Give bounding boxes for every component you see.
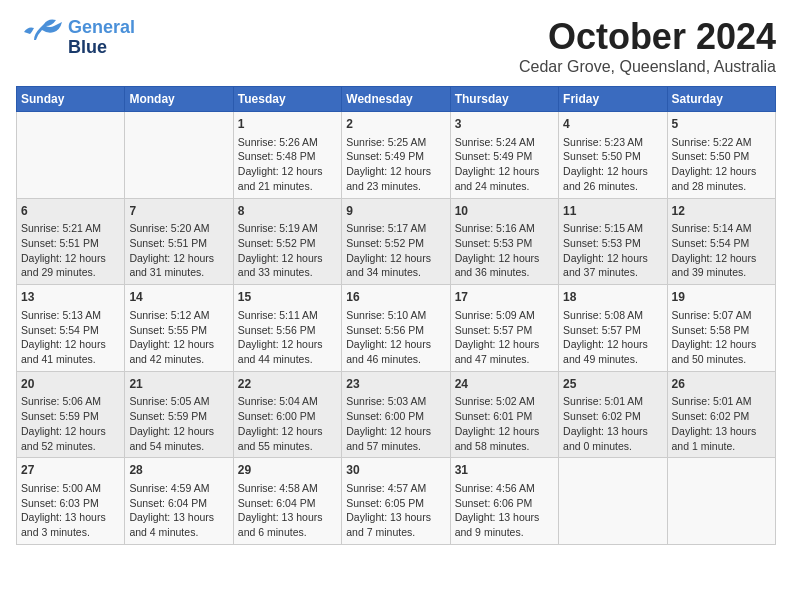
day-detail: Daylight: 13 hours and 4 minutes.: [129, 510, 228, 539]
day-detail: Daylight: 12 hours and 54 minutes.: [129, 424, 228, 453]
day-number: 28: [129, 462, 228, 479]
day-detail: Sunrise: 5:07 AM: [672, 308, 771, 323]
day-detail: Sunrise: 5:25 AM: [346, 135, 445, 150]
day-detail: Sunset: 5:54 PM: [21, 323, 120, 338]
day-detail: Sunrise: 5:08 AM: [563, 308, 662, 323]
calendar-cell: 25Sunrise: 5:01 AMSunset: 6:02 PMDayligh…: [559, 371, 667, 458]
calendar-cell: [559, 458, 667, 545]
day-number: 14: [129, 289, 228, 306]
calendar-cell: 7Sunrise: 5:20 AMSunset: 5:51 PMDaylight…: [125, 198, 233, 285]
title-block: October 2024 Cedar Grove, Queensland, Au…: [519, 16, 776, 76]
day-number: 5: [672, 116, 771, 133]
calendar-cell: [17, 112, 125, 199]
day-number: 20: [21, 376, 120, 393]
day-detail: Sunrise: 5:16 AM: [455, 221, 554, 236]
day-detail: Daylight: 12 hours and 29 minutes.: [21, 251, 120, 280]
day-detail: Sunrise: 5:21 AM: [21, 221, 120, 236]
month-title: October 2024: [519, 16, 776, 58]
day-detail: Daylight: 12 hours and 37 minutes.: [563, 251, 662, 280]
calendar-cell: 13Sunrise: 5:13 AMSunset: 5:54 PMDayligh…: [17, 285, 125, 372]
calendar-cell: 19Sunrise: 5:07 AMSunset: 5:58 PMDayligh…: [667, 285, 775, 372]
day-number: 17: [455, 289, 554, 306]
day-number: 18: [563, 289, 662, 306]
day-number: 23: [346, 376, 445, 393]
calendar-cell: 29Sunrise: 4:58 AMSunset: 6:04 PMDayligh…: [233, 458, 341, 545]
day-header-monday: Monday: [125, 87, 233, 112]
day-number: 11: [563, 203, 662, 220]
day-detail: Daylight: 12 hours and 31 minutes.: [129, 251, 228, 280]
day-detail: Daylight: 12 hours and 34 minutes.: [346, 251, 445, 280]
calendar-cell: 27Sunrise: 5:00 AMSunset: 6:03 PMDayligh…: [17, 458, 125, 545]
day-detail: Sunrise: 4:57 AM: [346, 481, 445, 496]
day-detail: Daylight: 12 hours and 52 minutes.: [21, 424, 120, 453]
day-detail: Sunset: 6:04 PM: [238, 496, 337, 511]
day-number: 2: [346, 116, 445, 133]
day-number: 13: [21, 289, 120, 306]
day-detail: Daylight: 12 hours and 28 minutes.: [672, 164, 771, 193]
day-detail: Sunset: 5:51 PM: [129, 236, 228, 251]
calendar-cell: 3Sunrise: 5:24 AMSunset: 5:49 PMDaylight…: [450, 112, 558, 199]
calendar-cell: 12Sunrise: 5:14 AMSunset: 5:54 PMDayligh…: [667, 198, 775, 285]
day-detail: Sunset: 6:03 PM: [21, 496, 120, 511]
day-detail: Sunset: 5:51 PM: [21, 236, 120, 251]
location-title: Cedar Grove, Queensland, Australia: [519, 58, 776, 76]
calendar-cell: 18Sunrise: 5:08 AMSunset: 5:57 PMDayligh…: [559, 285, 667, 372]
day-header-sunday: Sunday: [17, 87, 125, 112]
day-detail: Sunrise: 5:12 AM: [129, 308, 228, 323]
day-header-wednesday: Wednesday: [342, 87, 450, 112]
day-number: 3: [455, 116, 554, 133]
page-header: GeneralBlue October 2024 Cedar Grove, Qu…: [16, 16, 776, 76]
day-detail: Sunset: 5:57 PM: [563, 323, 662, 338]
calendar-cell: 11Sunrise: 5:15 AMSunset: 5:53 PMDayligh…: [559, 198, 667, 285]
day-detail: Sunset: 6:00 PM: [238, 409, 337, 424]
day-detail: Sunset: 6:00 PM: [346, 409, 445, 424]
calendar-cell: 17Sunrise: 5:09 AMSunset: 5:57 PMDayligh…: [450, 285, 558, 372]
day-detail: Sunset: 5:52 PM: [238, 236, 337, 251]
day-detail: Sunset: 5:58 PM: [672, 323, 771, 338]
day-detail: Daylight: 12 hours and 57 minutes.: [346, 424, 445, 453]
calendar-body: 1Sunrise: 5:26 AMSunset: 5:48 PMDaylight…: [17, 112, 776, 545]
day-detail: Sunset: 5:59 PM: [129, 409, 228, 424]
day-detail: Sunset: 5:49 PM: [346, 149, 445, 164]
day-detail: Sunrise: 4:59 AM: [129, 481, 228, 496]
day-detail: Sunrise: 5:03 AM: [346, 394, 445, 409]
day-number: 16: [346, 289, 445, 306]
day-detail: Sunset: 5:53 PM: [455, 236, 554, 251]
day-detail: Sunrise: 5:20 AM: [129, 221, 228, 236]
day-detail: Daylight: 12 hours and 41 minutes.: [21, 337, 120, 366]
day-detail: Sunset: 5:53 PM: [563, 236, 662, 251]
day-detail: Sunrise: 5:19 AM: [238, 221, 337, 236]
day-detail: Sunset: 5:54 PM: [672, 236, 771, 251]
day-detail: Daylight: 12 hours and 42 minutes.: [129, 337, 228, 366]
day-detail: Sunrise: 5:05 AM: [129, 394, 228, 409]
day-header-thursday: Thursday: [450, 87, 558, 112]
day-number: 30: [346, 462, 445, 479]
calendar-cell: 6Sunrise: 5:21 AMSunset: 5:51 PMDaylight…: [17, 198, 125, 285]
day-detail: Daylight: 12 hours and 21 minutes.: [238, 164, 337, 193]
day-number: 12: [672, 203, 771, 220]
day-detail: Daylight: 12 hours and 44 minutes.: [238, 337, 337, 366]
day-detail: Daylight: 12 hours and 24 minutes.: [455, 164, 554, 193]
day-detail: Sunrise: 5:13 AM: [21, 308, 120, 323]
day-detail: Sunset: 6:02 PM: [563, 409, 662, 424]
day-number: 21: [129, 376, 228, 393]
calendar-cell: 1Sunrise: 5:26 AMSunset: 5:48 PMDaylight…: [233, 112, 341, 199]
day-detail: Sunrise: 5:04 AM: [238, 394, 337, 409]
day-detail: Sunset: 5:50 PM: [672, 149, 771, 164]
day-detail: Daylight: 13 hours and 1 minute.: [672, 424, 771, 453]
day-detail: Sunset: 5:57 PM: [455, 323, 554, 338]
day-detail: Sunrise: 5:17 AM: [346, 221, 445, 236]
day-detail: Sunrise: 5:06 AM: [21, 394, 120, 409]
day-detail: Daylight: 13 hours and 6 minutes.: [238, 510, 337, 539]
calendar-cell: 31Sunrise: 4:56 AMSunset: 6:06 PMDayligh…: [450, 458, 558, 545]
day-detail: Sunset: 5:59 PM: [21, 409, 120, 424]
day-detail: Sunset: 6:06 PM: [455, 496, 554, 511]
calendar-cell: 24Sunrise: 5:02 AMSunset: 6:01 PMDayligh…: [450, 371, 558, 458]
calendar-cell: 30Sunrise: 4:57 AMSunset: 6:05 PMDayligh…: [342, 458, 450, 545]
day-detail: Daylight: 12 hours and 36 minutes.: [455, 251, 554, 280]
day-detail: Sunrise: 5:23 AM: [563, 135, 662, 150]
calendar-cell: 2Sunrise: 5:25 AMSunset: 5:49 PMDaylight…: [342, 112, 450, 199]
day-detail: Sunset: 6:04 PM: [129, 496, 228, 511]
day-number: 7: [129, 203, 228, 220]
day-number: 1: [238, 116, 337, 133]
